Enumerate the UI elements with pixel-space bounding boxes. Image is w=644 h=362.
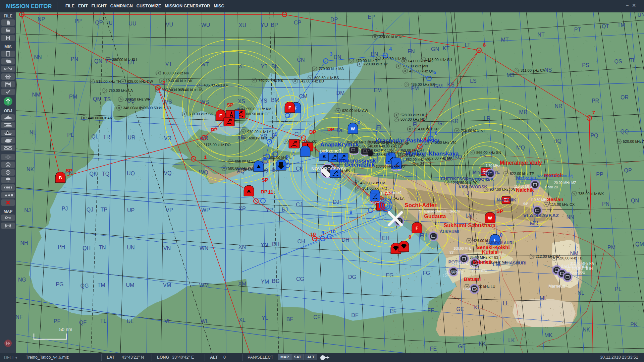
svg-text:MR: MR bbox=[519, 109, 528, 115]
svg-text:110.30 MHz: 110.30 MHz bbox=[445, 270, 463, 274]
svg-text:NN: NN bbox=[566, 215, 574, 220]
svg-text:848.00 kHz SH: 848.00 kHz SH bbox=[427, 58, 452, 62]
svg-text:SP: SP bbox=[262, 177, 268, 183]
svg-text:WU: WU bbox=[201, 22, 210, 28]
svg-text:TR: TR bbox=[103, 134, 110, 140]
svg-text:6: 6 bbox=[435, 130, 437, 136]
svg-text:UM: UM bbox=[126, 282, 135, 288]
svg-text:QP: QP bbox=[624, 168, 632, 173]
svg-text:DN: DN bbox=[333, 54, 341, 60]
svg-text:520.00 kHz AP: 520.00 kHz AP bbox=[623, 139, 644, 143]
svg-text:440.00 kHz AR: 440.00 kHz AR bbox=[88, 116, 112, 120]
svg-text:866.00 kHz SN: 866.00 kHz SN bbox=[476, 150, 501, 155]
svg-text:YU: YU bbox=[261, 22, 268, 28]
svg-text:0: 0 bbox=[262, 156, 265, 161]
svg-text:MT: MT bbox=[501, 37, 508, 43]
svg-text:2: 2 bbox=[162, 80, 165, 85]
svg-text:826.00 MHz 38.00 mHz(ch: 826.00 MHz 38.00 mHz(ch bbox=[347, 140, 389, 144]
svg-text:MIS: MIS bbox=[4, 45, 11, 49]
svg-text:PN: PN bbox=[71, 56, 78, 62]
svg-text:B: B bbox=[59, 175, 62, 180]
svg-text:KHASHURI: KHASHURI bbox=[503, 260, 527, 265]
svg-text:PN: PN bbox=[602, 201, 609, 207]
svg-text:QM: QM bbox=[93, 96, 102, 102]
svg-text:DH: DH bbox=[341, 237, 349, 243]
svg-text:PH: PH bbox=[58, 244, 65, 250]
svg-text:NF: NF bbox=[16, 314, 23, 320]
svg-text:TN: TN bbox=[99, 245, 106, 250]
svg-text:QQ: QQ bbox=[621, 129, 629, 134]
svg-text:PYATIGORSK: PYATIGORSK bbox=[466, 177, 494, 182]
svg-text:100.80 kHz GN 90: 100.80 kHz GN 90 bbox=[376, 164, 405, 168]
svg-text:SUKHUMI: SUKHUMI bbox=[440, 230, 459, 234]
svg-text:Beslan: Beslan bbox=[547, 196, 563, 202]
svg-text:pickzone4: pickzone4 bbox=[381, 190, 402, 195]
svg-text:TQ: TQ bbox=[102, 171, 109, 177]
svg-text:DP: DP bbox=[211, 127, 218, 132]
svg-text:912.00 kHz XT: 912.00 kHz XT bbox=[369, 152, 392, 156]
svg-text:126°: 126° bbox=[443, 274, 450, 278]
svg-text:CN: CN bbox=[297, 57, 305, 63]
svg-text:10: 10 bbox=[310, 231, 316, 237]
svg-text:MAP: MAP bbox=[4, 209, 13, 214]
svg-text:NG: NG bbox=[18, 277, 26, 283]
svg-text:0: 0 bbox=[358, 120, 360, 125]
svg-text:pickzone3: pickzone3 bbox=[320, 148, 341, 154]
svg-text:PS: PS bbox=[582, 62, 589, 68]
svg-text:4: 4 bbox=[389, 46, 392, 52]
svg-text:PL: PL bbox=[67, 132, 74, 138]
svg-text:108.90 MHz: 108.90 MHz bbox=[453, 247, 472, 250]
svg-text:QM: QM bbox=[635, 241, 644, 247]
svg-text:PL: PL bbox=[615, 286, 622, 292]
svg-text:720.00 kHz TY: 720.00 kHz TY bbox=[364, 62, 388, 66]
svg-text:FILE: FILE bbox=[4, 14, 12, 18]
svg-text:485.00 kHz KH: 485.00 kHz KH bbox=[204, 83, 228, 87]
svg-text:1: 1 bbox=[274, 131, 277, 137]
svg-text:QN: QN bbox=[94, 58, 102, 64]
svg-text:309.50 kHz WR: 309.50 kHz WR bbox=[125, 97, 151, 101]
svg-text:CHERKESSK: CHERKESSK bbox=[441, 176, 468, 181]
svg-text:750.00 kHz LA: 750.00 kHz LA bbox=[109, 88, 133, 93]
svg-text:CK: CK bbox=[296, 166, 304, 172]
svg-text:TS: TS bbox=[104, 97, 111, 102]
svg-text:WT: WT bbox=[201, 62, 209, 67]
svg-text:NL: NL bbox=[30, 130, 37, 135]
svg-text:110.00 kHz CX: 110.00 kHz CX bbox=[550, 202, 575, 206]
svg-text:NM: NM bbox=[570, 251, 579, 256]
svg-text:950.00 kHz KM: 950.00 kHz KM bbox=[246, 107, 271, 111]
svg-text:PT: PT bbox=[574, 27, 581, 33]
svg-text:10: 10 bbox=[330, 229, 336, 234]
svg-text:QG: QG bbox=[80, 283, 89, 289]
svg-text:WM: WM bbox=[199, 282, 209, 288]
svg-text:NJ: NJ bbox=[24, 207, 31, 213]
svg-text:DM: DM bbox=[336, 90, 345, 96]
svg-text:NR: NR bbox=[554, 103, 562, 109]
svg-text:NK: NK bbox=[26, 167, 34, 172]
svg-text:LL: LL bbox=[503, 301, 509, 306]
svg-text:BH: BH bbox=[272, 241, 279, 247]
svg-text:1175.00 kHz DO: 1175.00 kHz DO bbox=[204, 143, 231, 147]
svg-text:XN: XN bbox=[238, 244, 246, 250]
svg-text:EL: EL bbox=[376, 125, 383, 130]
svg-text:32.70 MHz TB 84: 32.70 MHz TB 84 bbox=[567, 267, 593, 270]
svg-text:1: 1 bbox=[204, 154, 207, 160]
svg-text:9: 9 bbox=[321, 230, 324, 235]
svg-text:QT: QT bbox=[602, 23, 609, 29]
svg-text:PP: PP bbox=[74, 18, 82, 24]
svg-text:YT: YT bbox=[261, 64, 268, 69]
svg-text:DG: DG bbox=[348, 274, 356, 280]
svg-text:TM: TM bbox=[617, 22, 625, 28]
svg-text:TP: TP bbox=[101, 207, 107, 213]
svg-text:Gudauta: Gudauta bbox=[424, 214, 446, 219]
svg-text:670.00 kHz LY: 670.00 kHz LY bbox=[247, 130, 271, 134]
svg-text:TU: TU bbox=[105, 20, 112, 26]
svg-text:CJ: CJ bbox=[296, 202, 303, 207]
svg-text:730.00 kHz KT: 730.00 kHz KT bbox=[461, 129, 485, 133]
svg-text:NOVOROSSIYSK: NOVOROSSIYSK bbox=[311, 166, 347, 171]
svg-text:YM: YM bbox=[261, 279, 269, 285]
svg-text:FG: FG bbox=[423, 270, 430, 276]
svg-text:311.00 kHz CA: 311.00 kHz CA bbox=[521, 68, 545, 72]
svg-text:LS: LS bbox=[470, 78, 477, 84]
svg-text:VLADIKAVKAZ: VLADIKAVKAZ bbox=[523, 213, 559, 218]
svg-text:EM: EM bbox=[374, 87, 382, 93]
